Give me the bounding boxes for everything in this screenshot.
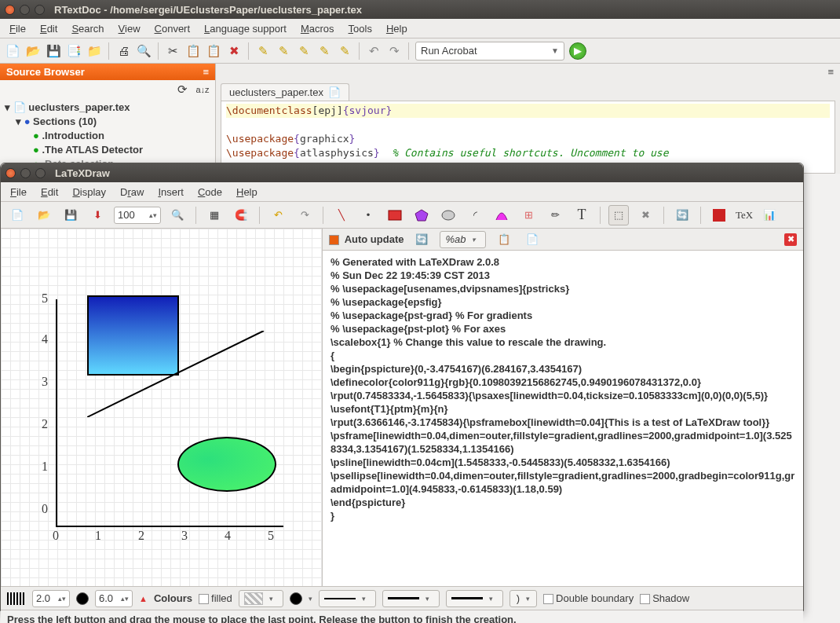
rotate-icon[interactable]: 🔄 [672, 205, 692, 225]
menu-view[interactable]: View [112, 20, 147, 37]
text-tool-icon[interactable]: T [572, 205, 592, 225]
close-code-icon[interactable]: ✖ [784, 233, 797, 246]
line-tool-icon[interactable]: ╲ [331, 205, 352, 225]
tree-root[interactable]: ▾ 📄 ueclusters_paper.tex [5, 101, 210, 115]
new-icon[interactable]: 📄 [7, 205, 27, 225]
menu-edit[interactable]: Edit [34, 20, 64, 37]
wand5-icon[interactable]: ✎ [337, 43, 352, 59]
window-close-icon[interactable] [5, 168, 16, 178]
zoom-icon[interactable]: 🔍 [167, 205, 188, 225]
menu-language[interactable]: Language support [198, 20, 293, 37]
up-icon[interactable]: ▲ [139, 594, 148, 603]
ellipse-tool-icon[interactable] [438, 205, 458, 225]
save-icon[interactable]: 💾 [46, 43, 61, 59]
copy-code-icon[interactable]: 📋 [494, 229, 514, 250]
print-icon[interactable]: 🖨 [115, 43, 131, 59]
pattern-dropdown[interactable] [239, 590, 283, 607]
window-maximize-icon[interactable] [35, 5, 45, 15]
ld-menu-insert[interactable]: Insert [152, 184, 190, 200]
tree-item[interactable]: ● .Introduction [5, 129, 210, 143]
linestyle-dropdown[interactable] [319, 590, 376, 607]
freehand-icon[interactable]: ✏ [545, 205, 565, 225]
corner-dropdown[interactable]: ) [509, 590, 537, 607]
ld-menu-code[interactable]: Code [192, 184, 228, 200]
cut-icon[interactable]: ✂ [165, 43, 181, 59]
generated-code[interactable]: % Generated with LaTeXDraw 2.0.8 % Sun D… [323, 251, 803, 586]
hatch-icon[interactable] [7, 592, 26, 605]
value-spinbox[interactable]: 6.0▴▾ [95, 590, 133, 607]
select-tool-icon[interactable]: ⬚ [608, 205, 629, 225]
save-icon[interactable]: 💾 [60, 205, 81, 225]
undo-icon[interactable]: ↶ [268, 205, 288, 225]
paste-icon[interactable]: 📋 [206, 43, 221, 59]
ld-menu-help[interactable]: Help [230, 184, 264, 200]
copy-icon[interactable]: 📑 [66, 43, 82, 59]
dot-tool-icon[interactable]: • [358, 205, 378, 225]
ld-menu-display[interactable]: Display [66, 184, 112, 200]
open-icon[interactable]: 📂 [34, 205, 54, 225]
shape-ellipse[interactable] [177, 437, 276, 492]
color2-swatch[interactable] [290, 592, 302, 605]
menu-macros[interactable]: Macros [294, 20, 341, 37]
doc-icon[interactable]: 📄 [522, 229, 542, 250]
preview-icon[interactable]: 🔍 [136, 43, 152, 59]
menu-convert[interactable]: Convert [148, 20, 197, 37]
run-command-combo[interactable]: Run Acrobat ▼ [415, 42, 564, 60]
chart-icon[interactable]: 📊 [759, 205, 780, 225]
window-minimize-icon[interactable] [20, 168, 31, 178]
menu-search[interactable]: Search [65, 20, 110, 37]
wand2-icon[interactable]: ✎ [276, 43, 291, 59]
copy2-icon[interactable]: 📋 [185, 43, 201, 59]
pdf-icon[interactable]: ⬇ [87, 205, 108, 225]
ld-menu-draw[interactable]: Draw [114, 184, 150, 200]
refresh-code-icon[interactable]: 🔄 [411, 229, 432, 250]
sort-icon[interactable]: a↓z [195, 82, 210, 97]
window-minimize-icon[interactable] [20, 5, 30, 15]
filled-checkbox[interactable]: filled [199, 592, 232, 604]
redo-icon[interactable]: ↷ [386, 43, 402, 59]
polygon-tool-icon[interactable] [411, 205, 432, 225]
grid2-icon[interactable]: ⊞ [518, 205, 539, 225]
rect-tool-icon[interactable] [385, 205, 405, 225]
new-file-icon[interactable]: 📄 [5, 43, 20, 59]
wand3-icon[interactable]: ✎ [296, 43, 312, 59]
magnet-icon[interactable]: 🧲 [231, 205, 251, 225]
wand4-icon[interactable]: ✎ [316, 43, 332, 59]
delete-tool-icon[interactable]: ✖ [635, 205, 656, 225]
arc-tool-icon[interactable]: ◜ [465, 205, 485, 225]
ld-menu-edit[interactable]: Edit [35, 184, 64, 200]
window-close-icon[interactable] [5, 5, 15, 15]
editor-panel-grip[interactable]: ≡ [216, 64, 840, 80]
auto-update-checkbox[interactable]: Auto update [329, 233, 404, 245]
colours-button[interactable]: Colours [154, 592, 192, 604]
tree-item[interactable]: ● .The ATLAS Detector [5, 143, 210, 157]
ld-menu-file[interactable]: File [4, 184, 33, 200]
refresh-icon[interactable]: ⟳ [174, 82, 190, 97]
percent-ab[interactable]: %ab [440, 231, 486, 248]
source-browser-header[interactable]: Source Browser ≡ [0, 64, 215, 80]
stop-icon[interactable] [709, 205, 729, 225]
panel-grip-icon[interactable]: ≡ [203, 66, 209, 78]
menu-help[interactable]: Help [380, 20, 414, 37]
shape-rectangle[interactable] [87, 295, 179, 376]
lineend1-dropdown[interactable] [382, 590, 440, 607]
grid-icon[interactable]: ▦ [204, 205, 225, 225]
delete-icon[interactable]: ✖ [226, 43, 242, 59]
redo-icon[interactable]: ↷ [294, 205, 315, 225]
run-button[interactable]: ▶ [569, 42, 586, 60]
undo-icon[interactable]: ↶ [366, 43, 382, 59]
menu-file[interactable]: File [3, 20, 32, 37]
window-maximize-icon[interactable] [35, 168, 46, 178]
thickness-spinbox[interactable]: 2.0▴▾ [32, 590, 70, 607]
menu-tools[interactable]: Tools [342, 20, 378, 37]
open-file-icon[interactable]: 📂 [25, 43, 41, 59]
bezier-tool-icon[interactable] [491, 205, 512, 225]
color1-swatch[interactable] [76, 592, 89, 605]
editor-tab[interactable]: ueclusters_paper.tex 📄 [221, 83, 349, 101]
double-boundary-checkbox[interactable]: Double boundary [543, 592, 634, 604]
tex-label[interactable]: TeX [736, 205, 753, 225]
lineend2-dropdown[interactable] [446, 590, 503, 607]
shadow-checkbox[interactable]: Shadow [640, 592, 689, 604]
wand1-icon[interactable]: ✎ [255, 43, 271, 59]
zoom-spinbox[interactable]: 100▴▾ [114, 207, 161, 224]
